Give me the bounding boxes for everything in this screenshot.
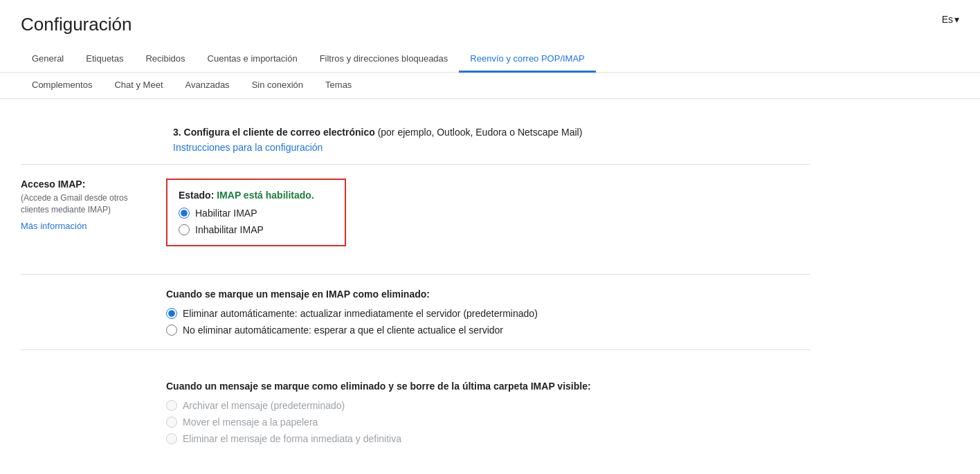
last-eliminar-label: Eliminar el mensaje de forma inmediata y… — [183, 433, 401, 444]
imap-inhabilitar-radio[interactable] — [179, 224, 190, 235]
imap-more-info-link[interactable]: Más información — [21, 221, 87, 231]
page-title: Configuración — [21, 14, 131, 46]
last-archivar-radio[interactable] — [166, 400, 177, 411]
tab-cuentas[interactable]: Cuentas e importación — [197, 46, 309, 73]
language-arrow: ▾ — [954, 14, 959, 25]
language-code: Es — [942, 14, 953, 25]
imap-option-habilitar: Habilitar IMAP — [179, 208, 334, 219]
deletion-option-auto: Eliminar automáticamente: actualizar inm… — [166, 308, 810, 319]
deletion-auto-label: Eliminar automáticamente: actualizar inm… — [183, 308, 538, 319]
tab-chat[interactable]: Chat y Meet — [103, 73, 174, 99]
configure-heading-normal: (por ejemplo, Outlook, Eudora o Netscape… — [375, 127, 583, 138]
deletion-heading: Cuando se marque un mensaje en IMAP como… — [166, 289, 810, 300]
imap-inhabilitar-label: Inhabilitar IMAP — [195, 224, 264, 235]
last-option-archivar: Archivar el mensaje (predeterminado) — [166, 400, 810, 411]
imap-sidebar: Acceso IMAP: (Accede a Gmail desde otros… — [21, 179, 166, 260]
instructions-link[interactable]: Instrucciones para la configuración — [173, 142, 323, 153]
page-header: Configuración Es ▾ — [0, 0, 980, 46]
configure-heading: 3. Configura el cliente de correo electr… — [173, 127, 810, 138]
last-section-heading: Cuando un mensaje se marque como elimina… — [166, 381, 810, 392]
nav-row2: Complementos Chat y Meet Avanzadas Sin c… — [0, 73, 980, 99]
deletion-section: Cuando se marque un mensaje en IMAP como… — [21, 275, 810, 350]
imap-habilitar-label: Habilitar IMAP — [195, 208, 257, 219]
last-eliminar-radio[interactable] — [166, 433, 177, 444]
last-mover-label: Mover el mensaje a la papelera — [183, 417, 318, 428]
configure-heading-bold: 3. Configura el cliente de correo electr… — [173, 127, 375, 138]
tab-etiquetas[interactable]: Etiquetas — [75, 46, 134, 73]
tab-sin-conexion[interactable]: Sin conexión — [241, 73, 314, 99]
tab-filtros[interactable]: Filtros y direcciones bloqueadas — [309, 46, 460, 73]
nav-row1: General Etiquetas Recibidos Cuentas e im… — [0, 46, 980, 73]
tab-reenvio[interactable]: Reenvío y correo POP/IMAP — [459, 46, 595, 73]
imap-status-box: Estado: IMAP está habilitado. Habilitar … — [166, 179, 346, 246]
tab-complementos[interactable]: Complementos — [21, 73, 103, 99]
tab-general[interactable]: General — [21, 46, 75, 73]
tab-recibidos[interactable]: Recibidos — [134, 46, 196, 73]
last-section: Cuando un mensaje se marque como elimina… — [21, 367, 810, 458]
imap-section: Acceso IMAP: (Accede a Gmail desde otros… — [21, 165, 810, 275]
last-mover-radio[interactable] — [166, 417, 177, 428]
tab-avanzadas[interactable]: Avanzadas — [174, 73, 241, 99]
imap-status-line: Estado: IMAP está habilitado. — [179, 190, 334, 201]
deletion-no-auto-label: No eliminar automáticamente: esperar a q… — [183, 325, 503, 336]
deletion-no-auto-radio[interactable] — [166, 325, 177, 336]
imap-main-content: Estado: IMAP está habilitado. Habilitar … — [166, 179, 810, 260]
imap-habilitar-radio[interactable] — [179, 208, 190, 219]
deletion-content: Cuando se marque un mensaje en IMAP como… — [21, 289, 810, 336]
last-section-content: Cuando un mensaje se marque como elimina… — [21, 381, 810, 444]
language-selector[interactable]: Es ▾ — [942, 14, 959, 25]
last-archivar-label: Archivar el mensaje (predeterminado) — [183, 400, 345, 411]
content-area: 3. Configura el cliente de correo electr… — [0, 99, 831, 474]
imap-option-inhabilitar: Inhabilitar IMAP — [179, 224, 334, 235]
imap-sidebar-title: Acceso IMAP: — [21, 179, 152, 190]
deletion-auto-radio[interactable] — [166, 308, 177, 319]
last-option-eliminar: Eliminar el mensaje de forma inmediata y… — [166, 433, 810, 444]
imap-status-label: Estado: — [179, 190, 214, 201]
tab-temas[interactable]: Temas — [314, 73, 363, 99]
deletion-option-no-auto: No eliminar automáticamente: esperar a q… — [166, 325, 810, 336]
configure-section: 3. Configura el cliente de correo electr… — [21, 116, 810, 165]
last-option-mover: Mover el mensaje a la papelera — [166, 417, 810, 428]
imap-sidebar-description: (Accede a Gmail desde otros clientes med… — [21, 192, 152, 216]
imap-status-value: IMAP está habilitado. — [217, 190, 314, 201]
